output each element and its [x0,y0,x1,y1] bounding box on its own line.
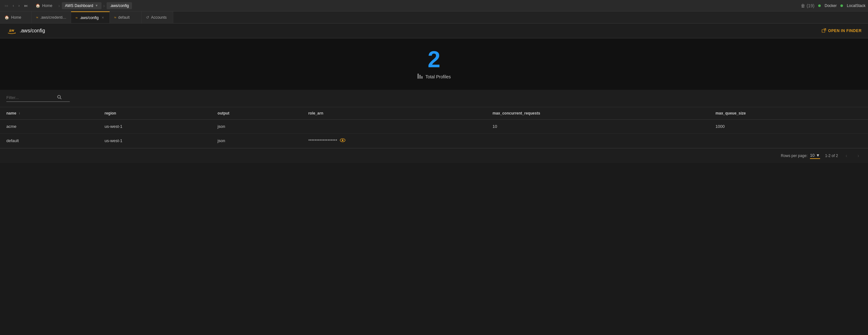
pagination-next-button[interactable]: › [855,152,862,160]
title-bar-right: 🗑 (19) Docker LocalStack [801,3,865,8]
rows-per-page-label: Rows per page: [781,154,807,158]
cell-max-queue-acme: 1000 [709,120,868,133]
cell-max-concurrent-default [486,133,709,148]
tab-config-close[interactable]: ✕ [100,16,105,20]
accounts-tab-refresh-icon: ↺ [146,15,149,20]
cell-region-acme: us-west-1 [98,120,211,133]
separator-arrow: › [58,3,61,8]
col-header-max-queue[interactable]: max_queue_size [709,107,868,120]
localstack-label: LocalStack [847,3,865,8]
tab-credentials[interactable]: ≈ .aws/credenti… [32,11,71,23]
table-row: default us-west-1 json *****************… [0,133,868,148]
cell-name-default: default [0,133,98,148]
col-header-output[interactable]: output [211,107,302,120]
profiles-icon [417,73,423,80]
col-header-max-concurrent[interactable]: max_concurrent_requests [486,107,709,120]
col-header-name[interactable]: name ↑ [0,107,98,120]
masked-value-wrap: ****************** [308,138,480,143]
stats-section: 2 Total Profiles [0,38,868,90]
tab-accounts[interactable]: ↺ Accounts [142,11,173,23]
docker-status-dot [818,4,821,7]
nav-buttons: ⏮ ‹ › ⏭ [3,2,30,9]
svg-rect-2 [420,75,421,79]
filter-input[interactable] [6,95,57,100]
tab-config[interactable]: ≈ .aws/config ✕ [71,11,110,23]
filter-section [0,90,868,107]
svg-rect-1 [417,73,419,79]
cell-role-arn-acme [302,120,486,133]
sort-icon-name: ↑ [19,112,20,115]
cell-max-queue-default [709,133,868,148]
home-tab-icon: 🏠 [4,15,9,20]
svg-line-5 [60,98,62,99]
credentials-tab-icon: ≈ [36,15,38,20]
cell-output-default: json [211,133,302,148]
filter-input-wrap [6,95,70,102]
titlebar-current-path: .aws/config [106,2,132,9]
col-header-role-arn[interactable]: role_arn [302,107,486,120]
default-tab-icon: ≈ [114,15,117,20]
cell-name-acme: acme [0,120,98,133]
docker-label: Docker [825,3,837,8]
svg-rect-3 [421,76,423,79]
browser-tabs-bar: 🏠 Home ≈ .aws/credenti… ≈ .aws/config ✕ … [0,11,868,24]
stat-label: Total Profiles [417,73,451,80]
table-row: acme us-west-1 json 10 1000 [0,120,868,133]
rows-per-page-select[interactable]: 10 ▼ [810,153,820,159]
cell-role-arn-default: ****************** [302,133,486,148]
profiles-table: name ↑ region output role_arn max_concur… [0,107,868,148]
search-button[interactable] [57,95,62,100]
nav-first-button[interactable]: ⏮ [3,2,10,9]
rows-per-page-section: Rows per page: 10 ▼ [781,153,820,159]
open-in-finder-button[interactable]: OPEN IN FINDER [822,28,862,34]
masked-text: ****************** [308,138,337,143]
titlebar-aws-dashboard-tab[interactable]: AWS Dashboard ▼ [62,2,101,9]
title-bar: ⏮ ‹ › ⏭ 🏠 Home › AWS Dashboard ▼ › .aws/… [0,0,868,11]
toggle-visibility-button[interactable] [340,138,345,143]
svg-point-7 [342,140,343,141]
dropdown-icon: ▼ [95,4,98,7]
aws-logo [6,27,17,34]
pagination-footer: Rows per page: 10 ▼ 1-2 of 2 ‹ › [0,148,868,163]
localstack-status-dot [840,4,843,7]
nav-prev-button[interactable]: ‹ [11,2,16,9]
tab-default[interactable]: ≈ default [110,11,142,23]
history-icon[interactable]: 🗑 (19) [801,3,814,8]
table-header-row: name ↑ region output role_arn max_concur… [0,107,868,120]
cell-region-default: us-west-1 [98,133,211,148]
rows-dropdown-icon: ▼ [816,153,820,158]
tab-home[interactable]: 🏠 Home [0,11,32,23]
separator-arrow2: › [103,3,106,8]
page-header: .aws/config OPEN IN FINDER [0,24,868,38]
external-link-icon [822,28,826,34]
page-title: .aws/config [20,28,45,34]
page-info: 1-2 of 2 [825,154,838,158]
titlebar-home-tab[interactable]: 🏠 Home [31,0,57,11]
home-icon: 🏠 [35,3,40,8]
col-header-region[interactable]: region [98,107,211,120]
nav-last-button[interactable]: ⏭ [22,2,30,9]
config-tab-icon: ≈ [75,16,78,20]
rows-per-page-value: 10 [810,153,814,158]
nav-next-button[interactable]: › [17,2,22,9]
cell-output-acme: json [211,120,302,133]
cell-max-concurrent-acme: 10 [486,120,709,133]
stat-number: 2 [428,48,440,71]
pagination-prev-button[interactable]: ‹ [843,152,849,160]
data-table-wrap: name ↑ region output role_arn max_concur… [0,107,868,148]
